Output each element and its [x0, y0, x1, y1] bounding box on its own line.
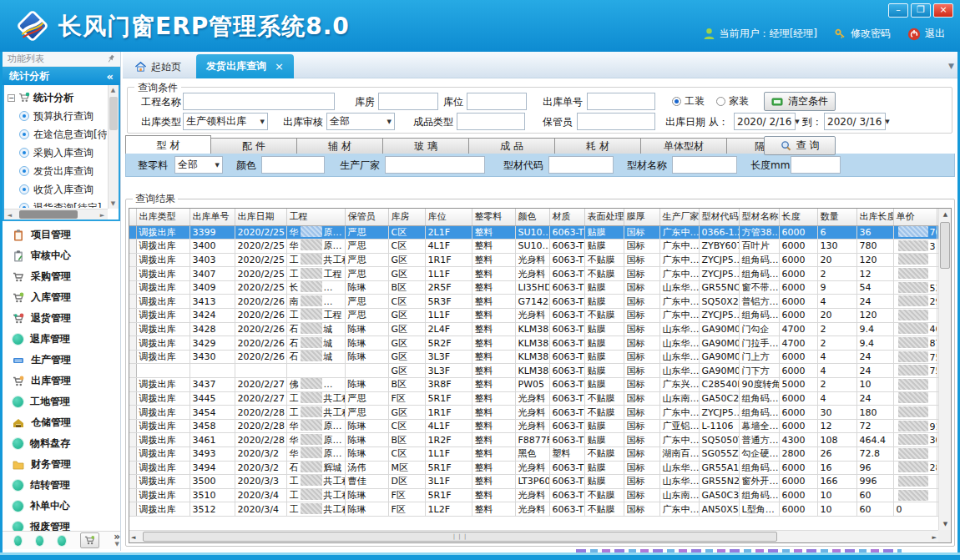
sidebar-item-工地管理[interactable]: 工地管理	[3, 391, 120, 412]
table-row[interactable]: 调拨出库34132020/2/26南…严思C区5R3F整料G714226063-…	[129, 295, 938, 309]
material-tab-辅材[interactable]: 辅 材	[297, 138, 383, 154]
radio-jiazhuang[interactable]: 家装	[716, 94, 749, 108]
table-row[interactable]: 调拨出库34072020/2/25工工程严思G区1L1F整料光身料6063-T5…	[129, 267, 938, 281]
pin-icon[interactable]	[107, 54, 115, 63]
material-tab-型材[interactable]: 型 材	[125, 135, 211, 154]
outbound-no-input[interactable]	[587, 93, 655, 110]
table-row[interactable]: 调拨出库34542020/2/28工共工程严思G区1R1F整料光身料6063-T…	[129, 406, 938, 420]
table-row[interactable]: 调拨出库35002020/3/3工共工程曹佳D区3L1F整料LT3P606063…	[129, 475, 938, 489]
sidebar-item-审核中心[interactable]: 审核中心	[3, 245, 120, 266]
sidebar-item-财务管理[interactable]: 财务管理	[3, 454, 120, 475]
profile-name-input[interactable]	[672, 156, 737, 174]
column-header-膜厚[interactable]: 膜厚	[624, 209, 659, 225]
location-input[interactable]	[467, 93, 527, 110]
collapse-icon[interactable]: «	[107, 70, 114, 83]
sidebar-item-补单中心[interactable]: 补单中心	[3, 496, 120, 517]
tree-item[interactable]: 采购入库查询	[8, 144, 107, 162]
close-button[interactable]: ×	[933, 3, 953, 18]
search-button[interactable]: 查 询	[764, 136, 836, 155]
table-row[interactable]: 调拨出库34282020/2/26石城陈琳G区2L4F整料KLM38176063…	[129, 322, 938, 336]
tree-vertical-scrollbar[interactable]: ▲▼	[108, 85, 119, 209]
outbound-audit-select[interactable]: 全部▼	[326, 113, 395, 130]
column-header-保管员[interactable]: 保管员	[345, 209, 388, 225]
product-type-input[interactable]	[457, 113, 525, 130]
column-header-出库类型[interactable]: 出库类型	[136, 209, 189, 225]
table-row[interactable]: 调拨出库34452020/2/27工共工程严思F区5R1F整料光身料6063-T…	[129, 391, 938, 406]
table-row[interactable]: 调拨出库34032020/2/25工共工程严思G区1R1F整料光身料6063-T…	[129, 253, 938, 267]
tree-item[interactable]: 预算执行查询	[8, 107, 107, 125]
tree-horizontal-scrollbar[interactable]: ◄►	[4, 209, 108, 219]
tabstrip-dropdown-icon[interactable]: ▼	[948, 62, 954, 70]
tree-item[interactable]: 收货入库查询	[8, 180, 107, 199]
radio-gongzhuang[interactable]: 工装	[672, 94, 705, 108]
column-header-生产厂家[interactable]: 生产厂家	[659, 209, 699, 225]
table-row[interactable]: 调拨出库34932020/3/2华原…陈琳C区1L1F整料黑色塑料不贴膜国标湖南…	[129, 447, 938, 462]
column-header-出库单号[interactable]: 出库单号	[189, 209, 235, 225]
sidebar-item-退货管理[interactable]: 退货管理	[3, 308, 120, 329]
material-tab-单体型材[interactable]: 单体型材	[641, 138, 727, 154]
material-tab-耗材[interactable]: 耗 材	[555, 138, 641, 154]
maximize-button[interactable]: ❐	[911, 3, 931, 18]
table-row[interactable]: 调拨出库35102020/3/4工共工程陈琳F区5R1F整料光身料6063-T5…	[129, 488, 938, 502]
table-row[interactable]: 调拨出库33992020/2/25华原…严思C区2L1F整料SU10…6063-…	[129, 225, 938, 240]
project-name-input[interactable]	[183, 93, 335, 110]
sidebar-section-statistics[interactable]: 统计分析 «	[3, 67, 120, 85]
material-tab-成品[interactable]: 成 品	[469, 138, 555, 154]
profile-code-input[interactable]	[548, 156, 614, 174]
tree-root-statistics[interactable]: − 统计分析	[8, 88, 107, 107]
sidebar-item-退库管理[interactable]: 退库管理	[3, 329, 120, 350]
sidebar-item-结转管理[interactable]: 结转管理	[3, 475, 120, 496]
color-input[interactable]	[261, 156, 325, 174]
column-header-出库长度[interactable]: 出库长度	[856, 209, 893, 225]
cart-toolbar-button[interactable]	[80, 532, 100, 548]
clear-conditions-button[interactable]: 清空条件	[764, 92, 836, 111]
material-tab-配件[interactable]: 配 件	[211, 138, 297, 154]
tree-item[interactable]: 在途信息查询[待	[8, 125, 107, 144]
material-tab-玻璃[interactable]: 玻 璃	[383, 138, 469, 154]
table-row[interactable]: 调拨出库34092020/2/25长…陈琳B区2R5F整料LI35HD6063-…	[129, 280, 938, 295]
table-row[interactable]: 调拨出库34582020/2/28华原…陈琳C区4L1F整料光身料6063-T5…	[129, 419, 938, 433]
column-header-型材代码[interactable]: 型材代码	[699, 209, 739, 225]
column-header-长度[interactable]: 长度	[779, 209, 817, 225]
tab-close-icon[interactable]: ×	[275, 60, 284, 73]
column-header-材质[interactable]: 材质	[549, 209, 584, 225]
grid-horizontal-scrollbar[interactable]: ◄ ► | | |	[129, 530, 938, 542]
table-row[interactable]: 调拨出库34002020/2/25华原…严思C区4L1F整料SU10…6063-…	[129, 240, 938, 254]
logout-button[interactable]: 退出	[907, 27, 945, 41]
warehouse-input[interactable]	[378, 93, 438, 110]
column-header-单价[interactable]: 单价	[893, 209, 937, 225]
change-password-button[interactable]: 修改密码	[834, 27, 891, 41]
whole-piece-select[interactable]: 全部▼	[174, 156, 223, 174]
manufacturer-input[interactable]	[385, 156, 485, 174]
dot-icon[interactable]	[14, 536, 22, 546]
dot-icon[interactable]	[58, 536, 65, 546]
length-input[interactable]	[791, 156, 841, 174]
column-header-工程[interactable]: 工程	[286, 209, 345, 225]
overflow-more-button[interactable]: »▼	[114, 533, 120, 548]
column-header-颜色[interactable]: 颜色	[515, 209, 549, 225]
column-header-库位[interactable]: 库位	[425, 209, 472, 225]
table-row[interactable]: 调拨出库34612020/2/28华原…陈琳B区1R2F整料F8877FT606…	[129, 433, 938, 447]
table-row[interactable]: 调拨出库34942020/3/2石辉城汤伟M区5R1F整料光身料6063-T5贴…	[129, 461, 938, 475]
table-row[interactable]: 调拨出库34302020/2/26石城陈琳G区3L3F整料KLM38176063…	[129, 350, 938, 364]
sidebar-item-项目管理[interactable]: 项目管理	[3, 225, 120, 245]
date-to-picker[interactable]: 2020/ 3/16▼	[824, 113, 886, 130]
column-header-数量[interactable]: 数量	[817, 209, 856, 225]
column-header-表面处理[interactable]: 表面处理	[584, 209, 624, 225]
dot-icon[interactable]	[36, 536, 43, 546]
sidebar-item-生产管理[interactable]: 生产管理	[3, 350, 120, 371]
sidebar-item-出库管理[interactable]: 出库管理	[3, 371, 120, 391]
grid-vertical-scrollbar[interactable]: ▲ ▼	[938, 209, 951, 530]
tab-shipping-outbound-query[interactable]: 发货出库查询 ×	[196, 54, 294, 78]
column-header-型材名称[interactable]: 型材名称	[739, 209, 779, 225]
tree-collapse-icon[interactable]: −	[8, 94, 15, 102]
date-from-picker[interactable]: 2020/ 2/16▼	[734, 113, 796, 130]
keeper-input[interactable]	[577, 113, 655, 130]
sidebar-item-采购管理[interactable]: 采购管理	[3, 266, 120, 287]
table-row[interactable]: 调拨出库34242020/2/26工工程严思G区1L1F整料光身料6063-T5…	[129, 309, 938, 323]
table-row[interactable]: 调拨出库34372020/2/27佛…陈琳B区3R8F整料PW056063-T5…	[129, 378, 938, 392]
column-header-出库日期[interactable]: 出库日期	[235, 209, 286, 225]
outbound-type-select[interactable]: 生产领料出库▼	[183, 113, 268, 130]
tree-item[interactable]: 发货出库查询	[8, 162, 107, 180]
tab-home[interactable]: 起始页	[126, 56, 189, 78]
